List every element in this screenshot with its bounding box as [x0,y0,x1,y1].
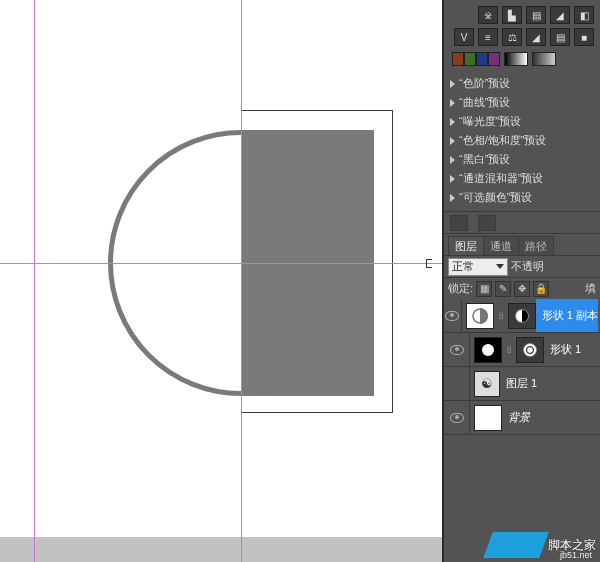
layer-name[interactable]: 图层 1 [500,376,598,391]
layers-panel-tabs: 图层 通道 路径 [444,233,600,255]
fill-label: 填 [585,281,596,296]
selection-bounds [241,110,393,413]
disclosure-triangle-icon [450,118,455,126]
panel-footer-icons [444,211,600,233]
smart-object-thumbnail[interactable]: ☯ [474,371,500,397]
disclosure-triangle-icon [450,194,455,202]
eye-icon [450,413,464,423]
info-icon[interactable] [478,215,496,231]
adjustment-icons-row-2: V ≡ ⚖ ◢ ▤ ■ [452,26,594,48]
preset-curves[interactable]: “曲线”预设 [444,93,600,112]
preset-exposure[interactable]: “曝光度”预设 [444,112,600,131]
invert-icon[interactable]: ■ [574,28,594,46]
hue-sat-icon[interactable]: V [454,28,474,46]
canvas-scroll-gutter [0,537,442,562]
adjustment-icons-row-1: ※ ▙ ▤ ◢ ◧ [452,4,594,26]
disclosure-triangle-icon [450,99,455,107]
chevron-down-icon [496,264,504,269]
histogram-icon[interactable] [450,215,468,231]
blend-mode-value: 正常 [452,259,474,274]
blend-mode-select[interactable]: 正常 [448,258,508,276]
adjustments-panel: A| ¶ ※ ▙ ▤ ◢ ◧ V ≡ ⚖ ◢ ▤ ■ [444,0,600,72]
lock-pixels-icon[interactable]: ✎ [495,281,511,297]
vector-mask-thumbnail[interactable] [508,303,536,329]
lock-label: 锁定: [448,281,473,296]
curves-icon[interactable]: ▤ [526,6,546,24]
lock-row: 锁定: ▦ ✎ ✥ 🔒 填 [444,277,600,299]
watermark-badge [483,532,548,558]
layer-name[interactable]: 形状 1 副本 [542,308,598,323]
layer-thumbnail[interactable] [474,405,502,431]
visibility-toggle[interactable] [444,401,470,434]
preset-label: “通道混和器”预设 [459,171,543,186]
link-icon[interactable]: 𝟾 [504,341,514,359]
layer-name[interactable]: 背景 [502,410,598,425]
gradient-preset-icon[interactable] [532,52,556,66]
adjustment-icons-row-3 [452,48,594,70]
eye-icon [445,311,459,321]
disclosure-triangle-icon [450,137,455,145]
visibility-toggle[interactable] [444,333,470,366]
brightness-contrast-icon[interactable]: ※ [478,6,498,24]
tab-layers[interactable]: 图层 [448,236,484,255]
preset-label: “曲线”预设 [459,95,510,110]
color-swatches[interactable] [452,52,500,66]
preset-black-white[interactable]: “黑白”预设 [444,150,600,169]
opacity-label: 不透明 [511,259,544,274]
preset-selective-color[interactable]: “可选颜色”预设 [444,188,600,207]
tab-channels[interactable]: 通道 [483,236,519,255]
preset-levels[interactable]: “色阶”预设 [444,74,600,93]
disclosure-triangle-icon [450,175,455,183]
preset-label: “色阶”预设 [459,76,510,91]
guide-horizontal[interactable] [0,263,442,264]
visibility-toggle[interactable] [444,367,470,400]
vibrance-icon[interactable]: ◧ [574,6,594,24]
blend-mode-row: 正常 不透明 [444,255,600,277]
preset-hue-sat[interactable]: “色相/饱和度”预设 [444,131,600,150]
layer-row[interactable]: 背景 [444,401,600,435]
guide-vertical[interactable] [34,0,35,562]
preset-label: “曝光度”预设 [459,114,521,129]
link-icon[interactable]: 𝟾 [496,307,506,325]
visibility-toggle[interactable] [444,299,462,332]
right-panels: A| ¶ ※ ▙ ▤ ◢ ◧ V ≡ ⚖ ◢ ▤ ■ [444,0,600,562]
tab-paths[interactable]: 路径 [518,236,554,255]
levels-icon[interactable]: ▙ [502,6,522,24]
preset-label: “可选颜色”预设 [459,190,532,205]
layer-thumbnail[interactable] [466,303,494,329]
lock-position-icon[interactable]: ✥ [514,281,530,297]
disclosure-triangle-icon [450,80,455,88]
ruler-origin-mark [426,259,432,268]
preset-label: “黑白”预设 [459,152,510,167]
layer-list: 𝟾 形状 1 副本 𝟾 形状 1 ☯ [444,299,600,562]
layer-thumbnail[interactable] [474,337,502,363]
color-balance-icon[interactable]: ≡ [478,28,498,46]
photo-filter-icon[interactable]: ◢ [526,28,546,46]
exposure-icon[interactable]: ◢ [550,6,570,24]
preset-label: “色相/饱和度”预设 [459,133,546,148]
disclosure-triangle-icon [450,156,455,164]
layer-row[interactable]: 𝟾 形状 1 副本 [444,299,600,333]
layer-row[interactable]: 𝟾 形状 1 [444,333,600,367]
preset-channel-mixer[interactable]: “通道混和器”预设 [444,169,600,188]
vector-mask-thumbnail[interactable] [516,337,544,363]
watermark-site: jb51.net [560,550,592,560]
black-white-icon[interactable]: ⚖ [502,28,522,46]
gradient-map-icon[interactable] [504,52,528,66]
guide-vertical[interactable] [241,0,242,562]
eye-icon [450,345,464,355]
adjustment-presets-list: “色阶”预设 “曲线”预设 “曝光度”预设 “色相/饱和度”预设 “黑白”预设 … [444,72,600,211]
lock-all-icon[interactable]: 🔒 [533,281,549,297]
canvas-area[interactable] [0,0,442,562]
channel-mixer-icon[interactable]: ▤ [550,28,570,46]
lock-transparency-icon[interactable]: ▦ [476,281,492,297]
layer-name[interactable]: 形状 1 [544,342,598,357]
layer-row[interactable]: ☯ 图层 1 [444,367,600,401]
